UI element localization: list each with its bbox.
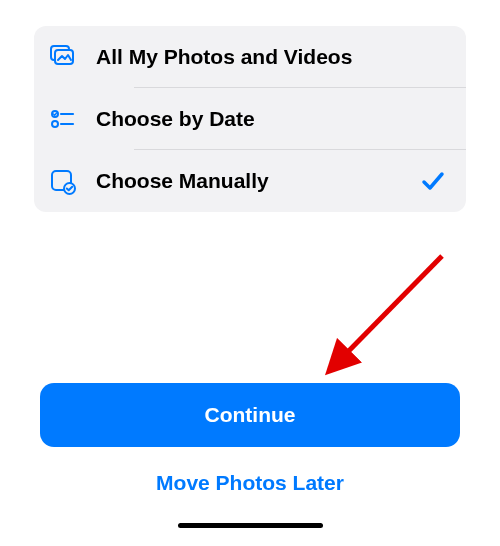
home-indicator — [178, 523, 323, 528]
option-list: All My Photos and Videos Choose by Date … — [34, 26, 466, 212]
option-label: Choose by Date — [96, 107, 452, 131]
option-label: Choose Manually — [96, 169, 420, 193]
annotation-arrow — [312, 246, 452, 386]
option-label: All My Photos and Videos — [96, 45, 452, 69]
manual-icon — [48, 166, 78, 196]
continue-button[interactable]: Continue — [40, 383, 460, 447]
photos-icon — [48, 42, 78, 72]
checkmark-icon — [420, 168, 446, 194]
option-manually[interactable]: Choose Manually — [34, 150, 466, 212]
move-later-link[interactable]: Move Photos Later — [40, 471, 460, 495]
svg-point-4 — [52, 121, 58, 127]
bottom-actions: Continue Move Photos Later — [0, 383, 500, 546]
svg-line-9 — [332, 256, 442, 368]
option-all-photos[interactable]: All My Photos and Videos — [34, 26, 466, 88]
option-by-date[interactable]: Choose by Date — [34, 88, 466, 150]
list-icon — [48, 104, 78, 134]
